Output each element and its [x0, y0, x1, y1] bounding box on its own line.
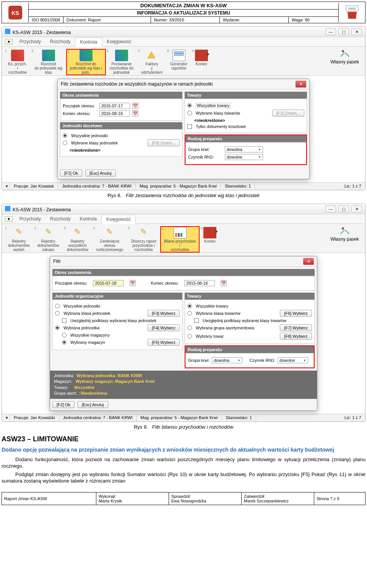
- ok-button[interactable]: [F2] Ok: [52, 401, 75, 408]
- status-arrow[interactable]: ▾: [2, 414, 10, 421]
- ribbon-item-6[interactable]: 6Bilans przychodów i rozchodów: [160, 226, 200, 253]
- towary-header: Towary: [185, 293, 315, 300]
- f3-button[interactable]: [F3] Wybierz: [148, 310, 180, 317]
- filter-summary: Jednostka: Wybrana jednostka: BANK KRWI …: [50, 371, 317, 399]
- radio-wybrane-klasy[interactable]: [63, 141, 67, 145]
- tab-rozchody[interactable]: Rozchody: [45, 37, 75, 46]
- grupa-label: Grupa krwi:: [188, 147, 222, 152]
- maximize-button[interactable]: ▢: [338, 28, 349, 35]
- ribbon-menu-button[interactable]: ▾: [5, 216, 13, 222]
- calendar-icon[interactable]: 📅: [221, 280, 227, 286]
- screenshot-1: KS-ASW 2015 - Zestawienia — ▢ ✕ ▾ Przych…: [2, 26, 365, 190]
- czynnik-combo[interactable]: dowolne▼: [225, 154, 263, 160]
- calendar-icon[interactable]: 📅: [130, 280, 136, 286]
- ribbon-item-4[interactable]: 4Zamknięcie okresu rozliczeniowego: [92, 226, 127, 253]
- maximize-button[interactable]: ▢: [338, 206, 349, 212]
- czynnik-label: Czynnik RhD:: [188, 155, 222, 159]
- close-button[interactable]: ✕: [351, 28, 362, 35]
- poczatek-label: Początek okresu:: [63, 104, 97, 108]
- poczatek-input[interactable]: 2015-07-18: [93, 280, 123, 286]
- window-title: KS-ASW 2015 - Zestawienia: [13, 207, 71, 212]
- radio-wszystkie-magazyny[interactable]: [62, 333, 67, 337]
- status-arrow[interactable]: ▾: [2, 183, 10, 190]
- radio-wybrana-jednostka[interactable]: [55, 326, 60, 330]
- blue-subheading: Dodano opcję pozwalającą na przepisanie …: [2, 446, 365, 453]
- ribbon-menu-button[interactable]: ▾: [5, 39, 13, 44]
- tab-kontrola[interactable]: Kontrola: [75, 215, 101, 223]
- f4-button[interactable]: [F4] Wybierz: [148, 324, 180, 331]
- status-lic: Lic: 1 z 7: [341, 414, 365, 421]
- minimize-button[interactable]: —: [325, 28, 336, 35]
- f5-button[interactable]: [F5] Wybierz: [148, 339, 180, 346]
- tab-przychody[interactable]: Przychody: [15, 37, 45, 46]
- f6-button[interactable]: [F6] Wybierz: [280, 310, 312, 317]
- meta-doc: Dokument: Raport: [63, 17, 151, 23]
- folders-icon: [80, 50, 93, 61]
- f8-button[interactable]: [F8] Wybierz: [280, 333, 312, 340]
- grupa-combo[interactable]: dowolna▼: [225, 146, 263, 152]
- tab-przychody[interactable]: Przychody: [15, 215, 45, 223]
- paragraph-2: Podgląd zmian dostępny jest po wybraniu …: [2, 471, 365, 484]
- ribbon-item-5[interactable]: 5Zbiorczy raport przychodów i rozchodów: [127, 226, 160, 253]
- page-header: KS DOKUMENTACJA ZMIAN W KS-ASW INFORMACJ…: [2, 2, 365, 23]
- tab-ksiegowosc[interactable]: Księgowość: [102, 37, 136, 46]
- tab-ksiegowosc[interactable]: Księgowość: [101, 215, 136, 224]
- ribbon-item-2[interactable]: 2Rozchód do jednostek wg klas: [31, 49, 66, 75]
- radio-wybrana-klasa-tow[interactable]: [187, 311, 192, 316]
- cancel-button[interactable]: [Esc] Anuluj: [78, 401, 108, 408]
- zmien-towary-button[interactable]: [F3] Zmień...: [272, 110, 304, 117]
- towary-header: Towary: [185, 92, 307, 99]
- radio-wszystkie-towary[interactable]: [187, 304, 192, 308]
- filter-dialog: Filtr ✕ Okres zestawienia Początek okres…: [50, 256, 317, 411]
- radio-wybrana-klasa[interactable]: [55, 311, 60, 316]
- svg-text:KS: KS: [11, 10, 19, 16]
- radio-wybrane-towary[interactable]: [187, 111, 192, 115]
- minimize-button[interactable]: —: [325, 206, 336, 212]
- dialog-close-button[interactable]: ✕: [296, 81, 306, 87]
- radio-wybrany-towar[interactable]: [187, 334, 192, 339]
- ribbon-item-0[interactable]: 0Koniec: [191, 49, 212, 75]
- doc-title: DOKUMENTACJA ZMIAN W KS-ASW: [29, 2, 338, 10]
- f7-button[interactable]: [F7] Wybierz: [280, 324, 312, 331]
- czynnik-combo[interactable]: dowolne▼: [278, 357, 308, 363]
- ribbon-item-6[interactable]: 6Generator raportów: [166, 49, 191, 75]
- ribbon-item-3[interactable]: 3Rozchód do jednostek wg klas i jedn.: [66, 49, 106, 75]
- czynnik-label: Czynnik RhD:: [249, 358, 275, 363]
- close-button[interactable]: ✕: [351, 206, 362, 212]
- checkbox-tylko-kosztowe[interactable]: [187, 124, 192, 129]
- exit-icon: [195, 50, 208, 61]
- ribbon-item-2[interactable]: 2Rejestry dokumentów zakupu: [34, 226, 63, 253]
- okres-header: Okres zestawienia: [52, 269, 315, 276]
- checkbox-podklasy-tow[interactable]: [194, 318, 199, 323]
- ribbon-item-1[interactable]: 1Rejestry dokumentów wydań: [4, 226, 34, 253]
- calendar-icon[interactable]: 📅: [132, 110, 138, 117]
- ribbon-custom-bar[interactable]: Własny pasek: [326, 49, 363, 75]
- ribbon-item-3[interactable]: 3Rejestry wszystkich dokumentów: [63, 226, 92, 253]
- radio-wszystkie-jednostki[interactable]: [63, 133, 67, 138]
- radio-wszystkie-towary[interactable]: [187, 103, 192, 108]
- radio-wybrany-magazyn[interactable]: [62, 340, 67, 345]
- cancel-button[interactable]: [Esc] Anuluj: [85, 170, 115, 177]
- radio-wybrana-grupa[interactable]: [187, 326, 192, 330]
- ribbon-item-5[interactable]: 5Faktury z odchyleniem: [137, 49, 166, 75]
- caption-rys8: Rys 8. Filtr zestawienia rozchodów do je…: [0, 193, 367, 198]
- ribbon-item-4[interactable]: 4Porównanie rozchodów do jednostek: [106, 49, 137, 75]
- ribbon-item-1[interactable]: 1Ks. przych. i rozchodów: [4, 49, 31, 75]
- tools-icon: [330, 50, 359, 59]
- ok-button[interactable]: [F2] Ok: [60, 170, 82, 177]
- tab-rozchody[interactable]: Rozchody: [45, 215, 75, 223]
- poczatek-input[interactable]: 2015-07-17: [99, 103, 130, 109]
- tab-kontrola[interactable]: Kontrola: [75, 37, 102, 47]
- grupa-combo[interactable]: dowolna▼: [212, 357, 242, 363]
- calendar-icon[interactable]: 📅: [132, 103, 138, 109]
- dialog-close-button[interactable]: ✕: [303, 258, 314, 265]
- koniec-input[interactable]: 2015-08-16: [99, 110, 130, 117]
- meta-edition: Wydanie:: [220, 17, 289, 23]
- svg-point-4: [342, 50, 344, 52]
- radio-wszystkie-jednostki[interactable]: [55, 304, 60, 308]
- ribbon-custom-bar[interactable]: Własny pasek: [326, 226, 363, 253]
- koniec-input[interactable]: 2015-08-16: [184, 280, 215, 286]
- ribbon-item-0[interactable]: 0Koniec: [200, 226, 220, 253]
- checkbox-podklasy-jedn[interactable]: [62, 318, 67, 323]
- zmien-button[interactable]: [F9] Zmień...: [148, 139, 180, 146]
